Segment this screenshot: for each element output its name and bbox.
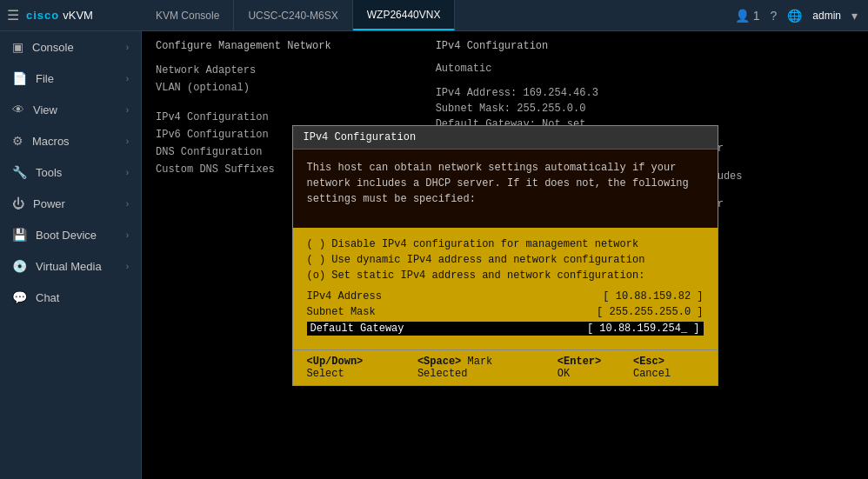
chevron-icon: ›	[126, 105, 129, 115]
modal-options: ( ) Disable IPv4 configuration for manag…	[293, 228, 718, 349]
field-ipv4-value: [ 10.88.159.82 ]	[603, 290, 703, 303]
power-icon: ⏻	[12, 196, 24, 210]
globe-icon[interactable]: 🌐	[787, 9, 802, 23]
sidebar-label-console: Console	[32, 41, 74, 54]
sidebar-item-macros[interactable]: ⚙ Macros ›	[0, 125, 141, 156]
brand-vkvm: vKVM	[63, 9, 93, 22]
virtual-media-icon: 💿	[12, 259, 27, 273]
field-gateway-value: [ 10.88.159.254_ ]	[584, 322, 704, 336]
chevron-icon: ›	[126, 74, 129, 83]
sidebar: ▣ Console › 📄 File › 👁 View › ⚙ Macros	[0, 31, 142, 479]
sidebar-label-file: File	[36, 72, 54, 85]
footer-esc-key: <Esc>	[633, 356, 664, 368]
field-gateway-label: Default Gateway	[307, 322, 584, 336]
sidebar-item-boot-device[interactable]: 💾 Boot Device ›	[0, 219, 141, 250]
field-subnet-value: [ 255.255.255.0 ]	[597, 306, 703, 318]
sidebar-label-tools: Tools	[36, 166, 62, 179]
chevron-icon: ›	[126, 262, 129, 271]
sidebar-label-virtual-media: Virtual Media	[36, 260, 102, 273]
modal-header: IPv4 Configuration	[293, 126, 718, 150]
user-label[interactable]: admin	[812, 10, 841, 22]
topbar-right: 👤 1 ? 🌐 admin ▾	[724, 9, 868, 23]
console-icon: ▣	[12, 40, 23, 54]
user-dropdown-icon[interactable]: ▾	[851, 9, 858, 23]
modal-option-0[interactable]: ( ) Disable IPv4 configuration for manag…	[307, 238, 704, 250]
modal-option-2[interactable]: (o) Set static IPv4 address and network …	[307, 269, 704, 282]
footer-updown: <Up/Down> Select	[307, 356, 400, 380]
sidebar-label-chat: Chat	[36, 291, 59, 304]
chevron-icon: ›	[126, 230, 129, 240]
tab-kvm-console[interactable]: KVM Console	[142, 0, 234, 30]
sidebar-label-macros: Macros	[32, 135, 70, 148]
macros-icon: ⚙	[12, 134, 23, 148]
modal-field-subnet[interactable]: Subnet Mask [ 255.255.255.0 ]	[307, 306, 704, 318]
cisco-logo: cisco vKVM	[26, 9, 93, 22]
footer-space-key: <Space>	[417, 356, 461, 368]
sidebar-label-view: View	[33, 103, 57, 116]
ipv4-config-modal: IPv4 Configuration This host can obtain …	[292, 125, 718, 386]
help-icon[interactable]: ?	[771, 9, 778, 23]
modal-footer: <Up/Down> Select <Space> Mark Selected <…	[293, 349, 718, 385]
footer-updown-action: Select	[307, 368, 344, 380]
tab-ucsc[interactable]: UCSC-C240-M6SX	[234, 0, 352, 30]
sidebar-item-virtual-media[interactable]: 💿 Virtual Media ›	[0, 250, 141, 282]
view-icon: 👁	[12, 103, 24, 116]
sidebar-item-console[interactable]: ▣ Console ›	[0, 31, 141, 63]
footer-space: <Space> Mark Selected	[417, 356, 540, 380]
sidebar-item-power[interactable]: ⏻ Power ›	[0, 188, 141, 219]
sidebar-item-file[interactable]: 📄 File ›	[0, 63, 141, 94]
field-subnet-label: Subnet Mask	[307, 306, 376, 318]
sidebar-label-power: Power	[33, 197, 65, 210]
user-count-icon[interactable]: 👤 1	[735, 9, 760, 23]
chevron-icon: ›	[126, 136, 129, 146]
sidebar-label-boot-device: Boot Device	[36, 229, 97, 242]
footer-enter-action: OK	[558, 368, 570, 380]
hamburger-icon[interactable]: ☰	[7, 7, 19, 24]
footer-enter-key: <Enter>	[558, 356, 601, 368]
chevron-icon: ›	[126, 43, 129, 52]
file-icon: 📄	[12, 71, 27, 85]
topbar-brand: ☰ cisco vKVM	[0, 7, 142, 24]
main-layout: ▣ Console › 📄 File › 👁 View › ⚙ Macros	[0, 31, 868, 479]
chevron-icon: ›	[126, 168, 129, 177]
chevron-icon: ›	[126, 199, 129, 209]
terminal: Configure Management Network Network Ada…	[142, 31, 868, 479]
modal-title: IPv4 Configuration	[304, 131, 417, 143]
brand-cisco: cisco	[26, 9, 59, 22]
modal-fields: IPv4 Address [ 10.88.159.82 ] Subnet Mas…	[307, 290, 704, 336]
footer-updown-key: <Up/Down>	[307, 356, 364, 368]
footer-enter: <Enter> OK	[558, 356, 616, 380]
footer-esc: <Esc> Cancel	[633, 356, 704, 380]
modal-option-1[interactable]: ( ) Use dynamic IPv4 address and network…	[307, 254, 704, 266]
terminal-content: Configure Management Network Network Ada…	[142, 31, 868, 479]
topbar-tabs: KVM Console UCSC-C240-M6SX WZP26440VNX	[142, 0, 724, 30]
footer-esc-action: Cancel	[633, 368, 671, 380]
modal-description: This host can obtain network settings au…	[307, 160, 704, 207]
modal-body: This host can obtain network settings au…	[293, 150, 718, 228]
tools-icon: 🔧	[12, 165, 27, 179]
tab-wzp[interactable]: WZP26440VNX	[353, 0, 456, 30]
boot-icon: 💾	[12, 228, 27, 242]
chat-icon: 💬	[12, 290, 27, 304]
modal-field-gateway[interactable]: Default Gateway [ 10.88.159.254_ ]	[307, 322, 704, 336]
modal-field-ipv4[interactable]: IPv4 Address [ 10.88.159.82 ]	[307, 290, 704, 303]
topbar: ☰ cisco vKVM KVM Console UCSC-C240-M6SX …	[0, 0, 868, 31]
modal-overlay: IPv4 Configuration This host can obtain …	[142, 31, 868, 479]
field-ipv4-label: IPv4 Address	[307, 290, 382, 303]
sidebar-item-tools[interactable]: 🔧 Tools ›	[0, 156, 141, 188]
sidebar-item-view[interactable]: 👁 View ›	[0, 94, 141, 125]
sidebar-item-chat[interactable]: 💬 Chat	[0, 282, 141, 313]
